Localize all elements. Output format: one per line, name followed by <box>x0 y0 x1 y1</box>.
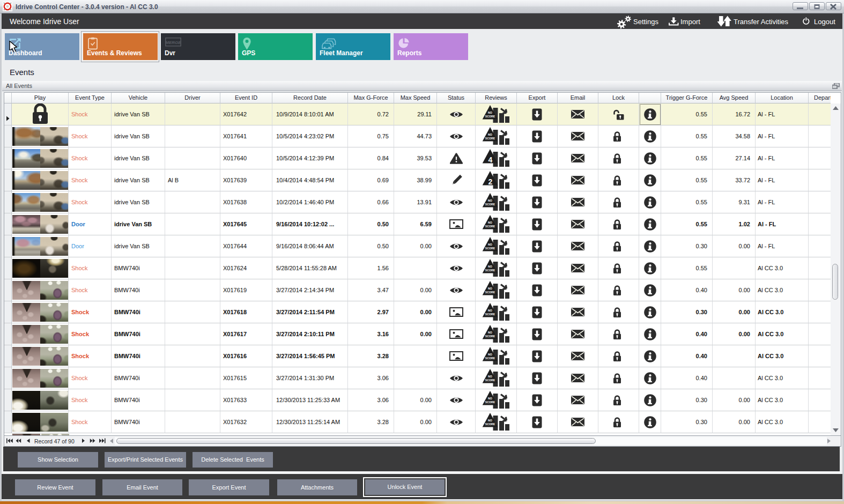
svg-text:MERGE: MERGE <box>165 40 181 45</box>
